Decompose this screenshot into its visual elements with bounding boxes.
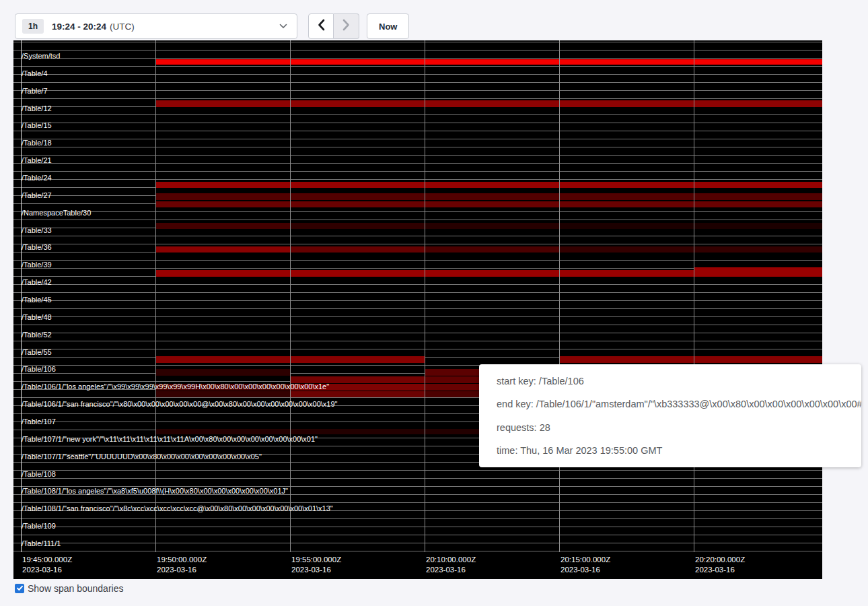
span-boundary-line (13, 114, 822, 115)
grid-line-vertical (559, 40, 560, 552)
span-boundary-line (13, 220, 822, 220)
span-boundary-line (13, 98, 822, 99)
previous-range-button[interactable] (308, 13, 334, 39)
row-label: /Table/45 (22, 296, 52, 304)
span-boundary-line (13, 163, 822, 164)
span-boundary-line (13, 42, 822, 42)
tooltip-time: time: Thu, 16 Mar 2023 19:55:00 GMT (497, 445, 861, 456)
hot-span (156, 59, 822, 65)
row-label: /Table/107/1/"new york"/"\x11\x11\x11\x1… (22, 435, 318, 444)
span-boundary-line (13, 155, 822, 156)
chevron-right-icon (342, 19, 351, 34)
row-label: /Table/21 (22, 156, 52, 165)
row-label: /Table/12 (22, 104, 52, 113)
time-range-timezone: (UTC) (110, 22, 135, 32)
span-boundary-line (13, 74, 822, 75)
hot-span (290, 246, 425, 252)
grid-line-vertical (425, 40, 425, 552)
hot-span (559, 223, 822, 229)
span-boundary-line (13, 244, 822, 244)
span-boundary-line (13, 236, 822, 236)
row-label: /Table/36 (22, 243, 52, 252)
span-boundary-line (13, 470, 822, 471)
row-label: /Table/109 (22, 522, 56, 531)
span-boundary-line (13, 90, 822, 91)
row-label: /Table/33 (22, 226, 52, 235)
row-label: /Table/107 (22, 417, 56, 426)
row-label: /Table/39 (22, 261, 52, 269)
span-boundary-line (13, 341, 822, 341)
hot-span (156, 100, 822, 107)
span-boundary-line (13, 179, 822, 180)
row-label: /System/tsd (22, 52, 60, 61)
row-label: /Table/55 (22, 348, 52, 357)
span-boundary-line (13, 292, 822, 293)
row-label: /Table/111/1 (22, 539, 61, 548)
hot-span (156, 246, 290, 252)
time-nav-group (308, 13, 359, 39)
footer: Show span boundaries (15, 583, 123, 594)
toolbar: 1h 19:24 - 20:24 (UTC) Now (0, 0, 868, 40)
row-label: /Table/27 (22, 191, 52, 200)
span-boundary-line (13, 139, 822, 139)
hot-span (425, 223, 559, 229)
row-label: /Table/106/1/"los angeles"/"\x99\x99\x99… (22, 382, 329, 391)
span-boundary-line (13, 527, 822, 527)
hot-span (559, 356, 822, 363)
next-range-button[interactable] (334, 13, 359, 39)
x-axis-tick-date: 2023-03-16 (695, 565, 735, 575)
span-boundary-line (13, 308, 822, 309)
x-axis-tick-time: 20:20:00.000Z (695, 555, 745, 565)
row-label: /Table/107/1/"seattle"/"UUUUUUD\x00\x80\… (22, 452, 262, 461)
tooltip-start-key: start key: /Table/106 (497, 376, 861, 386)
x-axis-tick-date: 2023-03-16 (426, 565, 466, 575)
x-axis-tick-date: 2023-03-16 (291, 565, 331, 575)
row-label: /Table/106/1/"san francisco"/"\x80\x00\x… (22, 400, 338, 409)
show-span-boundaries-label: Show span boundaries (28, 583, 123, 594)
tooltip-requests: requests: 28 (497, 422, 861, 433)
time-range-preset-badge: 1h (22, 19, 44, 34)
span-boundary-line (13, 551, 822, 551)
grid-line-vertical (290, 40, 291, 552)
row-label: /Table/18 (22, 139, 52, 147)
span-boundary-line (13, 58, 822, 59)
span-boundary-line (13, 147, 822, 147)
span-boundary-line (13, 478, 822, 479)
row-label: /Table/48 (22, 313, 52, 322)
hot-span (156, 391, 290, 397)
hot-span (694, 267, 822, 277)
span-boundary-line (13, 171, 822, 172)
row-label: /Table/108 (22, 470, 56, 479)
grid-line-vertical (694, 40, 694, 552)
span-boundary-line (13, 543, 822, 543)
now-button[interactable]: Now (367, 13, 409, 39)
show-span-boundaries-checkbox[interactable] (15, 584, 24, 593)
tooltip-end-key: end key: /Table/106/1/"amsterdam"/"\xb33… (497, 399, 861, 409)
key-visualizer-page: { "toolbar": { "time_range": { "badge": … (0, 0, 868, 606)
row-label: /Table/108/1/"los angeles"/"\xa8\xf5\u00… (22, 487, 288, 496)
hot-span (290, 391, 425, 397)
hot-span (425, 246, 559, 252)
span-boundary-line (13, 535, 822, 535)
time-range-dropdown[interactable]: 1h 19:24 - 20:24 (UTC) (15, 13, 297, 39)
time-range-label: 19:24 - 20:24 (52, 22, 106, 32)
hot-span (156, 182, 822, 188)
row-label: /Table/4 (22, 69, 48, 78)
span-boundary-line (13, 211, 822, 212)
span-boundary-line (13, 316, 822, 317)
x-axis-tick-date: 2023-03-16 (22, 565, 62, 575)
span-boundary-line (13, 349, 822, 349)
row-label: /Table/24 (22, 174, 52, 182)
row-label: /Table/15 (22, 121, 52, 130)
row-label: /Table/106 (22, 365, 56, 374)
span-boundary-line (13, 518, 822, 519)
heatmap[interactable]: 19:45:00.000Z2023-03-1619:50:00.000Z2023… (13, 40, 822, 579)
row-label: /NamespaceTable/30 (22, 209, 91, 217)
span-boundary-line (13, 66, 822, 67)
hot-span (156, 369, 290, 376)
span-boundary-line (13, 502, 822, 503)
span-boundary-line (13, 50, 822, 50)
span-boundary-line (13, 260, 822, 261)
span-boundary-line (13, 82, 822, 83)
span-boundary-line (13, 284, 822, 285)
